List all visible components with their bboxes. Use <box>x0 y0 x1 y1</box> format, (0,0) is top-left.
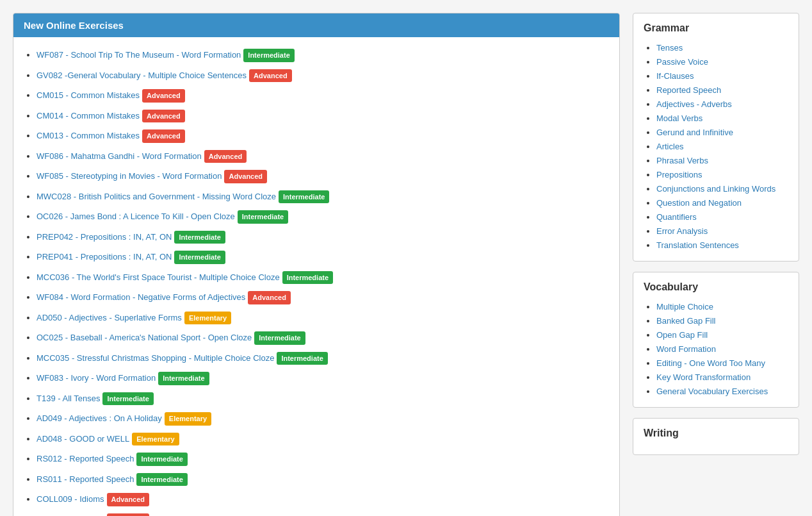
exercise-link[interactable]: AD048 - GOOD or WELL <box>37 434 129 444</box>
sidebar-list-item: Prepositions <box>656 167 788 181</box>
level-badge: Elementary <box>165 412 211 426</box>
exercise-link[interactable]: T139 - All Tenses <box>37 394 100 403</box>
exercise-link[interactable]: CM014 - Common Mistakes <box>37 111 140 121</box>
exercise-link[interactable]: GV082 -General Vocabulary - Multiple Cho… <box>37 71 247 80</box>
sidebar-link[interactable]: Question and Negation <box>656 198 742 208</box>
sidebar-link[interactable]: Adjectives - Adverbs <box>656 99 732 109</box>
exercise-link[interactable]: PREP042 - Prepositions : IN, AT, ON <box>37 232 172 242</box>
sidebar-list-item: Articles <box>656 139 788 153</box>
sidebar-link[interactable]: Multiple Choice <box>656 302 713 312</box>
exercise-link[interactable]: PREP041 - Prepositions : IN, AT, ON <box>37 252 172 262</box>
list-item: PREP042 - Prepositions : IN, AT, ONInter… <box>37 227 609 247</box>
sidebar-link[interactable]: If-Clauses <box>656 71 694 81</box>
level-badge: Intermediate <box>282 271 333 285</box>
level-badge: Advanced <box>142 129 185 143</box>
sidebar-link[interactable]: General Vocabulary Exercises <box>656 387 768 396</box>
sidebar-list-item: If-Clauses <box>656 69 788 83</box>
list-item: CM015 - Common MistakesAdvanced <box>37 85 609 106</box>
sidebar-link[interactable]: Tenses <box>656 43 683 53</box>
level-badge: Advanced <box>204 150 247 163</box>
sidebar-list-item: General Vocabulary Exercises <box>656 384 788 398</box>
list-item: WF085 - Stereotyping in Movies - Word Fo… <box>37 166 609 187</box>
sidebar-list-item: Modal Verbs <box>656 111 788 125</box>
level-badge: Advanced <box>107 513 150 517</box>
list-item: PREP041 - Prepositions : IN, AT, ONInter… <box>37 247 609 267</box>
sidebar-link[interactable]: Articles <box>656 142 684 151</box>
sidebar-list-item: Adjectives - Adverbs <box>656 97 788 111</box>
sidebar-list-item: Error Analysis <box>656 224 788 238</box>
exercise-link[interactable]: OC025 - Baseball - America's National Sp… <box>37 333 252 342</box>
sidebar-list-item: Banked Gap Fill <box>656 313 788 328</box>
sidebar-link[interactable]: Key Word Transformation <box>656 372 751 382</box>
sidebar-link[interactable]: Prepositions <box>656 170 702 179</box>
header-title: New Online Exercises <box>24 20 124 31</box>
exercise-link[interactable]: MCC036 - The World's First Space Tourist… <box>37 272 280 282</box>
exercise-link[interactable]: WF083 - Ivory - Word Formation <box>37 373 156 383</box>
list-item: COLL009 - IdiomsAdvanced <box>37 489 609 510</box>
exercise-link[interactable]: RS011 - Reported Speech <box>37 474 134 484</box>
level-badge: Elementary <box>184 312 231 325</box>
level-badge: Advanced <box>142 110 185 123</box>
sidebar-list-item: Translation Sentences <box>656 238 788 252</box>
list-item: AD050 - Adjectives - Superlative FormsEl… <box>37 308 609 328</box>
sidebar-link[interactable]: Modal Verbs <box>656 113 702 123</box>
sidebar-list-item: Gerund and Infinitive <box>656 125 788 139</box>
sidebar-section-writing: Writing <box>633 418 799 455</box>
level-badge: Intermediate <box>277 352 327 365</box>
new-exercises-body: WF087 - School Trip To The Museum - Word… <box>13 37 619 516</box>
level-badge: Advanced <box>142 89 185 103</box>
sidebar-link[interactable]: Error Analysis <box>656 226 708 236</box>
exercise-link[interactable]: WF084 - Word Formation - Negative Forms … <box>37 292 245 302</box>
level-badge: Intermediate <box>136 453 187 466</box>
list-item: OC026 - James Bond : A Licence To Kill -… <box>37 206 609 227</box>
list-item: GV082 -General Vocabulary - Multiple Cho… <box>37 65 609 86</box>
level-badge: Advanced <box>224 170 267 183</box>
list-item: WF087 - School Trip To The Museum - Word… <box>37 45 609 65</box>
list-item: COLL008 - IdiomsAdvanced <box>37 510 609 517</box>
list-item: MCC036 - The World's First Space Tourist… <box>37 267 609 288</box>
sidebar-list-item: Multiple Choice <box>656 299 788 313</box>
list-item: AD048 - GOOD or WELLElementary <box>37 429 609 449</box>
exercise-link[interactable]: MCC035 - Stressful Christmas Shopping - … <box>37 353 274 363</box>
exercise-link[interactable]: WF087 - School Trip To The Museum - Word… <box>37 50 241 60</box>
sidebar-link[interactable]: Phrasal Verbs <box>656 156 708 165</box>
exercise-link[interactable]: OC026 - James Bond : A Licence To Kill -… <box>37 212 235 221</box>
sidebar-list-item: Quantifiers <box>656 210 788 224</box>
sidebar-section-vocabulary: VocabularyMultiple ChoiceBanked Gap Fill… <box>633 272 799 408</box>
sidebar-section-title: Writing <box>644 428 788 439</box>
sidebar-link[interactable]: Open Gap Fill <box>656 330 708 340</box>
exercise-link[interactable]: AD049 - Adjectives : On A Holiday <box>37 413 162 423</box>
level-badge: Intermediate <box>102 392 153 406</box>
sidebar-link[interactable]: Gerund and Infinitive <box>656 128 733 137</box>
exercise-link[interactable]: MWC028 - British Politics and Government… <box>37 192 276 201</box>
sidebar-link[interactable]: Conjunctions and Linking Words <box>656 184 775 194</box>
sidebar-link[interactable]: Reported Speech <box>656 85 721 95</box>
sidebar-list-item: Editing - One Word Too Many <box>656 356 788 370</box>
exercise-link[interactable]: AD050 - Adjectives - Superlative Forms <box>37 313 182 322</box>
exercise-link[interactable]: COLL009 - Idioms <box>37 494 104 504</box>
sidebar-link[interactable]: Banked Gap Fill <box>656 316 716 326</box>
sidebar-list-item: Conjunctions and Linking Words <box>656 181 788 196</box>
level-badge: Intermediate <box>158 372 209 385</box>
sidebar-list-item: Tenses <box>656 40 788 54</box>
sidebar-list-item: Passive Voice <box>656 54 788 69</box>
sidebar-list-item: Word Formation <box>656 342 788 356</box>
exercise-link[interactable]: CM015 - Common Mistakes <box>37 90 140 100</box>
sidebar-link[interactable]: Quantifiers <box>656 212 697 222</box>
exercise-link[interactable]: WF086 - Mahatma Gandhi - Word Formation <box>37 151 202 161</box>
sidebar-link[interactable]: Word Formation <box>656 344 716 354</box>
exercise-link[interactable]: WF085 - Stereotyping in Movies - Word Fo… <box>37 171 222 181</box>
new-exercises-header: New Online Exercises <box>13 13 619 37</box>
level-badge: Intermediate <box>174 231 225 244</box>
list-item: OC025 - Baseball - America's National Sp… <box>37 328 609 348</box>
level-badge: Elementary <box>132 433 179 446</box>
sidebar-link[interactable]: Translation Sentences <box>656 240 739 250</box>
sidebar-link[interactable]: Editing - One Word Too Many <box>656 358 765 368</box>
level-badge: Intermediate <box>243 49 294 62</box>
exercise-link[interactable]: CM013 - Common Mistakes <box>37 131 140 140</box>
sidebar-link[interactable]: Passive Voice <box>656 57 708 67</box>
exercises-list: WF087 - School Trip To The Museum - Word… <box>24 45 609 516</box>
level-badge: Advanced <box>249 69 292 83</box>
exercise-link[interactable]: RS012 - Reported Speech <box>37 454 134 463</box>
main-panel: New Online Exercises WF087 - School Trip… <box>13 13 620 516</box>
